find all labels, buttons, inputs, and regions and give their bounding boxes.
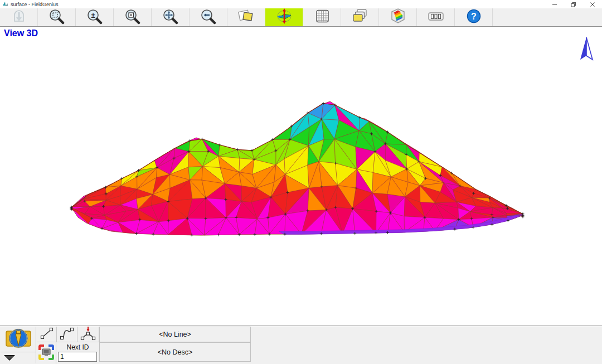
toggles-icon <box>426 8 446 27</box>
arc-icon <box>79 326 97 343</box>
grid-icon <box>313 8 332 27</box>
description-selector-label: <No Desc> <box>158 348 193 356</box>
line-icon <box>39 327 55 342</box>
dropdown-triangle-icon <box>3 354 16 362</box>
zoom-scale-icon: ± <box>85 8 104 27</box>
grid-button[interactable] <box>303 8 341 26</box>
title-bar: surface - FieldGenius <box>0 0 602 8</box>
zoom-scale-button[interactable]: ± <box>76 8 114 26</box>
instrument-button[interactable] <box>1 327 36 352</box>
layers-icon <box>351 8 370 27</box>
display-settings-button[interactable] <box>37 342 56 364</box>
svg-text:?: ? <box>471 12 477 21</box>
toggles-button[interactable] <box>417 8 455 26</box>
description-selector-button[interactable]: <No Desc> <box>99 342 251 362</box>
next-id-input[interactable] <box>58 352 97 362</box>
zoom-window-icon <box>123 8 142 27</box>
terrain-mesh <box>0 27 602 326</box>
plan-view-icon <box>237 8 256 27</box>
import-button[interactable] <box>0 8 38 26</box>
line-selector-label: <No Line> <box>159 331 191 338</box>
instrument-dropdown[interactable] <box>1 352 36 363</box>
viewport-3d[interactable]: View 3D <box>0 27 602 326</box>
zoom-extents-button[interactable] <box>38 8 76 26</box>
svg-text:±: ± <box>91 11 95 20</box>
spline-icon <box>59 327 75 342</box>
window-controls <box>545 0 602 8</box>
draw-line-button[interactable] <box>37 327 57 342</box>
close-button[interactable] <box>583 0 602 8</box>
main-toolbar: ± <box>0 8 602 27</box>
restore-button[interactable] <box>564 0 583 8</box>
zoom-window-button[interactable] <box>114 8 152 26</box>
surface-3d-button[interactable] <box>379 8 417 26</box>
line-selector-button[interactable]: <No Line> <box>99 327 251 342</box>
minimize-button[interactable] <box>545 0 564 8</box>
draw-spline-button[interactable] <box>57 327 77 342</box>
rotate-3d-button[interactable] <box>265 8 303 26</box>
north-arrow-icon <box>579 36 594 64</box>
zoom-previous-icon <box>199 8 218 27</box>
zoom-pan-icon <box>161 8 180 27</box>
layers-button[interactable] <box>341 8 379 26</box>
plan-view-button[interactable] <box>227 8 265 26</box>
zoom-pan-button[interactable] <box>152 8 190 26</box>
surface-3d-icon <box>389 8 407 27</box>
draw-arc-button[interactable] <box>77 327 99 342</box>
fieldgenius-window: surface - FieldGenius <box>0 0 602 364</box>
app-icon <box>2 1 8 7</box>
next-id-label: Next ID <box>56 343 99 351</box>
display-settings-icon <box>38 344 55 363</box>
help-button[interactable]: ? <box>455 8 493 26</box>
bottom-toolbar: Next ID <No Line> <No Desc> <box>0 326 602 364</box>
rotate-3d-icon <box>275 8 294 27</box>
import-icon <box>9 8 28 27</box>
window-title: surface - FieldGenius <box>11 2 59 7</box>
instrument-icon <box>4 327 33 352</box>
zoom-extents-icon <box>47 8 66 27</box>
zoom-previous-button[interactable] <box>190 8 227 26</box>
help-icon: ? <box>464 8 483 27</box>
